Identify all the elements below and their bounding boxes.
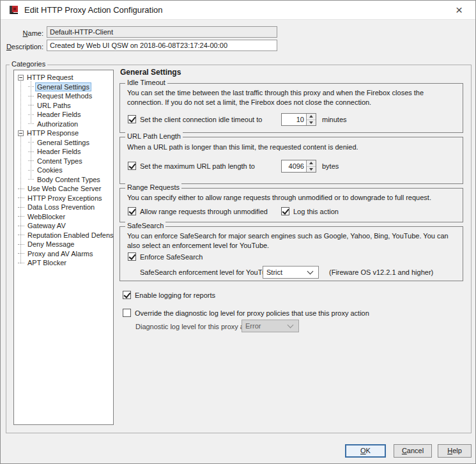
range-requests-label: Range Requests [125, 183, 181, 191]
tree-item-http-proxy-exceptions[interactable]: HTTP Proxy Exceptions [14, 194, 113, 203]
cancel-button[interactable]: Cancel [394, 444, 432, 458]
tree-connector [18, 263, 24, 263]
safesearch-groupbox: SafeSearch You can enforce SafeSearch fo… [119, 226, 463, 281]
categories-groupbox-label: Categories [10, 60, 47, 68]
tree-item-header-fields[interactable]: Header Fields [14, 110, 113, 120]
url-path-length-description: When a URL path is longer than this limi… [127, 143, 457, 152]
idle-timeout-checkbox-label: Set the client connection idle timeout t… [140, 116, 262, 123]
idle-timeout-label: Idle Timeout [125, 79, 167, 86]
url-path-length-spinner[interactable]: 4096 [281, 160, 316, 173]
tree-item-label: Proxy and AV Alarms [26, 250, 95, 258]
url-path-length-unit: bytes [322, 162, 339, 170]
spinner-buttons [306, 160, 316, 172]
spinner-down-icon[interactable] [307, 120, 316, 126]
idle-timeout-value[interactable]: 10 [282, 114, 306, 125]
idle-timeout-checkbox[interactable] [128, 115, 136, 123]
enable-logging-checkbox[interactable] [123, 291, 131, 299]
tree-connector [18, 197, 24, 198]
tree-item-label: APT Blocker [26, 259, 68, 267]
tree-item-use-web-cache-server[interactable]: Use Web Cache Server [14, 184, 113, 194]
categories-tree[interactable]: HTTP RequestGeneral SettingsRequest Meth… [13, 70, 114, 425]
tree-item-header-fields[interactable]: Header Fields [14, 147, 113, 157]
safesearch-description: You can enforce SafeSearch for major sea… [127, 231, 457, 251]
safesearch-label: SafeSearch [125, 222, 165, 229]
url-path-length-value[interactable]: 4096 [282, 160, 306, 172]
tree-item-general-settings[interactable]: General Settings [14, 138, 113, 148]
tree-item-label: Header Fields [36, 148, 82, 155]
collapse-icon[interactable] [18, 130, 24, 136]
tree-item-label: Deny Message [26, 240, 75, 248]
name-input[interactable] [47, 26, 277, 38]
range-requests-description: You can specify either to allow range re… [127, 193, 457, 203]
tree-item-request-methods[interactable]: Request Methods [14, 91, 113, 101]
tree-item-content-types[interactable]: Content Types [14, 157, 113, 166]
youtube-enforcement-dropdown[interactable]: Strict [263, 266, 319, 279]
url-path-length-groupbox: URL Path Length When a URL path is longe… [119, 137, 463, 184]
tree-item-authorization[interactable]: Authorization [14, 120, 113, 129]
idle-timeout-spinner[interactable]: 10 [281, 113, 316, 126]
enable-logging-label: Enable logging for reports [135, 291, 215, 299]
help-button-label: Help [447, 445, 462, 457]
tree-item-label: Gateway AV [26, 222, 67, 229]
tree-item-label: Reputation Enabled Defense [26, 231, 114, 239]
tree-item-data-loss-prevention[interactable]: Data Loss Prevention [14, 203, 113, 212]
tree-item-body-content-types[interactable]: Body Content Types [14, 175, 113, 185]
tree-item-proxy-and-av-alarms[interactable]: Proxy and AV Alarms [14, 249, 113, 259]
idle-timeout-description: You can set the time between the last tr… [127, 88, 457, 107]
youtube-enforcement-value: Strict [263, 268, 308, 276]
tree-item-label: URL Paths [36, 102, 72, 109]
tree-connector [18, 207, 24, 208]
spinner-up-icon[interactable] [307, 114, 316, 120]
tree-item-reputation-enabled-defense[interactable]: Reputation Enabled Defense [14, 231, 113, 240]
url-path-length-checkbox[interactable] [128, 162, 136, 170]
collapse-icon[interactable] [18, 75, 24, 81]
tree-connector [18, 253, 24, 254]
diagnostic-level-dropdown: Error [242, 320, 299, 332]
override-diagnostic-label: Override the diagnostic log level for pr… [135, 309, 369, 317]
tree-item-label: HTTP Request [26, 73, 75, 81]
tree-item-apt-blocker[interactable]: APT Blocker [14, 258, 113, 268]
help-button[interactable]: Help [438, 444, 472, 458]
title-bar: Edit HTTP Proxy Action Configuration × [1, 1, 475, 20]
fireware-version-note: (Fireware OS v12.2.1 and higher) [329, 268, 433, 276]
spinner-buttons [306, 114, 316, 125]
tree-item-label: General Settings [36, 139, 91, 146]
url-path-length-label: URL Path Length [125, 132, 183, 140]
spinner-up-icon[interactable] [307, 160, 316, 167]
tree-item-url-paths[interactable]: URL Paths [14, 101, 113, 111]
tree-item-webblocker[interactable]: WebBlocker [14, 212, 113, 222]
watchguard-firebox-icon [8, 4, 19, 15]
diagnostic-level-label: Diagnostic log level for this proxy acti… [135, 323, 259, 330]
description-input[interactable] [47, 40, 277, 51]
tree-item-label: Cookies [36, 166, 64, 174]
url-path-length-checkbox-label: Set the maximum URL path length to [140, 162, 255, 170]
tree-connector [18, 235, 24, 235]
tree-item-gateway-av[interactable]: Gateway AV [14, 221, 113, 231]
tree-guide [31, 137, 31, 180]
tree-item-label: Body Content Types [36, 176, 102, 183]
tree-item-http-response[interactable]: HTTP Response [14, 128, 113, 138]
ok-button[interactable]: OK [345, 444, 386, 458]
allow-range-requests-checkbox[interactable] [128, 207, 136, 215]
ok-button-label: OK [360, 445, 371, 456]
tree-connector [18, 216, 24, 217]
override-diagnostic-checkbox[interactable] [123, 309, 131, 317]
spinner-down-icon[interactable] [307, 167, 316, 173]
tree-connector [18, 226, 24, 226]
tree-connector [18, 244, 24, 245]
enforce-safesearch-checkbox[interactable] [128, 252, 136, 261]
tree-item-cookies[interactable]: Cookies [14, 166, 113, 175]
log-this-action-checkbox[interactable] [281, 207, 289, 215]
tree-item-deny-message[interactable]: Deny Message [14, 240, 113, 249]
tree-item-general-settings[interactable]: General Settings [14, 82, 113, 92]
chevron-down-icon [307, 268, 314, 275]
close-icon[interactable]: × [452, 2, 466, 19]
tree-item-label: Data Loss Prevention [26, 203, 96, 211]
edit-http-proxy-action-dialog: Edit HTTP Proxy Action Configuration × N… [0, 0, 476, 464]
idle-timeout-unit: minutes [322, 116, 347, 123]
range-requests-groupbox: Range Requests You can specify either to… [119, 188, 463, 222]
idle-timeout-groupbox: Idle Timeout You can set the time betwee… [119, 83, 463, 133]
tree-item-label: HTTP Proxy Exceptions [26, 194, 104, 202]
tree-item-http-request[interactable]: HTTP Request [14, 73, 113, 82]
chevron-down-icon [288, 322, 294, 329]
